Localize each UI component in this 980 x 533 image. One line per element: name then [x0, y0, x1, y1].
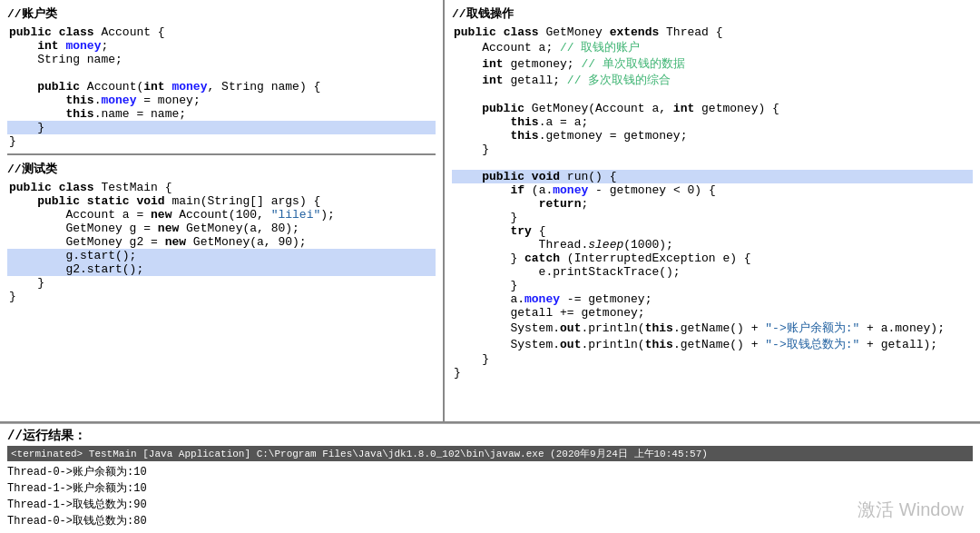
code-line: public static void main(String[] args) { [7, 194, 436, 208]
code-line: this.getmoney = getmoney; [452, 129, 973, 143]
code-line: int getall; // 多次取钱的综合 [452, 72, 973, 88]
code-line: } catch (InterruptedException e) { [452, 252, 973, 265]
panel-left: //账户类 public class Account { int money; … [0, 0, 445, 421]
section-right-title: //取钱操作 [452, 5, 973, 22]
code-line: Thread.sleep(1000); [452, 238, 973, 252]
code-line: public GetMoney(Account a, int getmoney)… [452, 102, 973, 115]
code-line: } [7, 276, 436, 290]
terminated-bar: <terminated> TestMain [Java Application]… [7, 446, 973, 461]
code-line: } [7, 290, 436, 303]
main-container: //账户类 public class Account { int money; … [0, 0, 980, 533]
code-line [452, 88, 973, 102]
output-line: Thread-0->取钱总数为:80 [7, 513, 973, 529]
code-line: String name; [7, 53, 436, 66]
code-line: this.money = money; [7, 94, 436, 107]
output-text: Thread-0->账户余额为:10 Thread-1->账户余额为:10 Th… [7, 464, 973, 529]
code-line [452, 156, 973, 170]
section2-title: //测试类 [7, 161, 436, 177]
code-line: public Account(int money, String name) { [7, 80, 436, 94]
code-line: this.name = name; [7, 107, 436, 121]
code-line: public void run() { [452, 170, 973, 183]
bottom-title: //运行结果： [7, 428, 973, 444]
code-line: g2.start(); [7, 262, 436, 276]
bottom-section: //运行结果： <terminated> TestMain [Java Appl… [0, 423, 980, 533]
code-line: } [7, 134, 436, 148]
code-line: e.printStackTrace(); [452, 265, 973, 279]
code-line: Account a; // 取钱的账户 [452, 39, 973, 55]
top-section: //账户类 public class Account { int money; … [0, 0, 980, 423]
code-line: } [452, 352, 973, 366]
code-line: public class GetMoney extends Thread { [452, 25, 973, 39]
code-line: GetMoney g = new GetMoney(a, 80); [7, 222, 436, 235]
code-line: } [452, 279, 973, 292]
code-line: } [452, 143, 973, 156]
code-line: GetMoney g2 = new GetMoney(a, 90); [7, 235, 436, 249]
code-line: Account a = new Account(100, "lilei"); [7, 208, 436, 222]
code-line: g.start(); [7, 249, 436, 262]
code-line: System.out.println(this.getName() + "->账… [452, 320, 973, 336]
code-line: } [7, 121, 436, 134]
code-line: int money; [7, 39, 436, 53]
code-line: System.out.println(this.getName() + "->取… [452, 336, 973, 352]
code-line: getall += getmoney; [452, 306, 973, 320]
panel-right: //取钱操作 public class GetMoney extends Thr… [445, 0, 980, 421]
watermark: 激活 Window [858, 498, 964, 522]
code-line: } [452, 211, 973, 224]
divider [7, 153, 436, 155]
section1-title: //账户类 [7, 5, 436, 22]
code-line [7, 66, 436, 80]
output-line: Thread-1->账户余额为:10 [7, 480, 973, 497]
code-line: return; [452, 197, 973, 211]
code-line: if (a.money - getmoney < 0) { [452, 183, 973, 197]
code-line: } [452, 366, 973, 380]
output-line: Thread-0->账户余额为:10 [7, 464, 973, 480]
code-line: try { [452, 224, 973, 238]
code-line: this.a = a; [452, 115, 973, 129]
code-line: public class Account { [7, 25, 436, 39]
output-line: Thread-1->取钱总数为:90 [7, 497, 973, 513]
code-line: int getmoney; // 单次取钱的数据 [452, 55, 973, 72]
code-line: public class TestMain { [7, 181, 436, 194]
code-line: a.money -= getmoney; [452, 292, 973, 306]
